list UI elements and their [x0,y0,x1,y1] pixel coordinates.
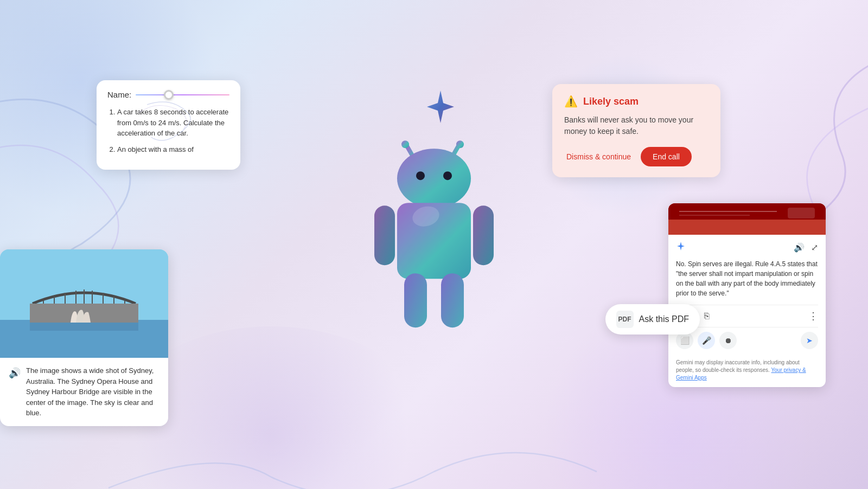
scam-title: Likely scam [583,96,639,107]
quiz-item-2: An object with a mass of [117,144,229,155]
name-row: Name: [107,90,229,99]
svg-rect-9 [473,205,494,265]
browser-top-bar [668,203,826,235]
svg-rect-32 [788,208,815,218]
android-mascot [353,121,515,349]
scam-actions: Dismiss & continue End call [564,147,709,166]
browser-gemini-row: 🔊 ⤢ [676,241,818,254]
sydney-card: 🔊 The image shows a wide shot of Sydney,… [0,249,168,426]
send-button[interactable]: ➤ [801,332,818,349]
warning-icon: ⚠️ [564,95,578,108]
gemini-icon [676,241,686,254]
svg-rect-27 [30,323,138,331]
svg-rect-11 [441,273,464,327]
sydney-caption: 🔊 The image shows a wide shot of Sydney,… [0,358,168,426]
copy-icon[interactable]: ⎘ [704,311,710,321]
end-call-button[interactable]: End call [641,147,692,166]
more-icon[interactable]: ⋮ [808,310,818,322]
record-button[interactable]: ⏺ [719,332,737,349]
svg-point-4 [397,149,471,208]
quiz-item-1: A car takes 8 seconds to accelerate from… [117,107,229,139]
ask-pdf-pill[interactable]: PDF Ask this PDF [605,304,700,334]
name-underline [136,94,229,95]
sydney-caption-text: The image shows a wide shot of Sydney, A… [26,365,159,419]
browser-body: 🔊 ⤢ No. Spin serves are illegal. Rule 4.… [668,235,826,356]
dismiss-button[interactable]: Dismiss & continue [564,148,633,165]
name-dot [164,90,174,100]
browser-card: 🔊 ⤢ No. Spin serves are illegal. Rule 4.… [668,203,826,387]
svg-rect-8 [374,205,395,265]
browser-answer-text: No. Spin serves are illegal. Rule 4.A.5 … [676,259,818,298]
mic-button[interactable]: 🎤 [698,332,715,349]
scam-card: ⚠️ Likely scam Banks will never ask you … [552,84,720,177]
svg-point-1 [401,140,409,148]
browser-icon-row: 🔊 ⤢ [794,242,818,253]
browser-footer: Gemini may display inaccurate info, incl… [668,356,826,387]
quiz-list: A car takes 8 seconds to accelerate from… [107,107,229,155]
ask-pdf-label: Ask this PDF [639,314,689,324]
name-label: Name: [107,90,131,99]
external-link-icon[interactable]: ⤢ [811,242,818,253]
svg-rect-29 [668,220,826,235]
browser-toolbar: ⬜ 🎤 ⏺ ➤ [676,327,818,351]
pdf-icon: PDF [616,311,634,328]
sydney-image [0,249,168,358]
speaker-icon: 🔊 [9,366,21,381]
quiz-card: Name: A car takes 8 seconds to accelerat… [97,80,240,170]
svg-point-3 [456,140,464,148]
svg-point-6 [443,171,452,180]
svg-rect-10 [404,273,427,327]
volume-icon[interactable]: 🔊 [794,242,805,253]
scam-body: Banks will never ask you to move your mo… [564,114,709,137]
scam-header: ⚠️ Likely scam [564,95,709,108]
svg-point-5 [416,171,425,180]
